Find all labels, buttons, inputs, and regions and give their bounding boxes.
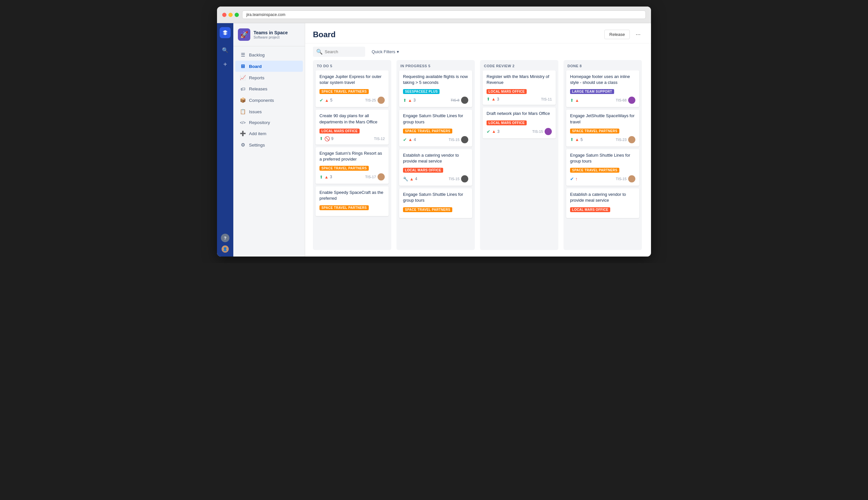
- priority-icon: ▲: [408, 137, 412, 142]
- sidebar-item-releases[interactable]: 🏷 Releases: [235, 83, 303, 94]
- card-title: Engage Saturn Shuttle Lines for group to…: [403, 192, 468, 203]
- ticket-id: TIS-68: [616, 98, 627, 102]
- priority-icon: ▲: [575, 137, 579, 142]
- main-content: Board Release ··· 🔍 Quick Filters ▾: [305, 23, 651, 257]
- search-icon-bar[interactable]: 🔍: [219, 44, 231, 56]
- create-icon-bar[interactable]: +: [219, 58, 231, 70]
- card-title: Engage Saturn Shuttle Lines for group to…: [403, 113, 468, 125]
- sidebar-nav: ☰ Backlog ⊞ Board 📈 Reports 🏷 Releases 📦: [233, 46, 305, 154]
- app-container: 🔍 + ? 👤 🚀 Teams in Space Software projec…: [217, 23, 651, 257]
- card-meta: TIS-8: [450, 96, 468, 104]
- card-tis11[interactable]: Register with the Mars Ministry of Reven…: [483, 70, 556, 105]
- card-title: Engage Saturn's Rings Resort as a prefer…: [319, 150, 385, 162]
- card-meta: TIS-17: [365, 173, 385, 181]
- search-input[interactable]: [325, 49, 362, 54]
- ticket-id: TIS-23: [616, 138, 627, 141]
- card-catering-ip[interactable]: Establish a catering vendor to provide m…: [399, 149, 472, 186]
- card-footer: ✔ ▲ 4 TIS-15: [403, 136, 468, 143]
- sidebar-item-reports[interactable]: 📈 Reports: [235, 72, 303, 83]
- priority-icon: ▲: [491, 96, 496, 102]
- card-icons: ⬆ ▲ 5: [570, 137, 583, 142]
- card-label: SPACE TRAVEL PARTNERS: [403, 207, 452, 212]
- card-tis17[interactable]: Engage Saturn's Rings Resort as a prefer…: [316, 147, 389, 184]
- card-label: SPACE TRAVEL PARTNERS: [570, 128, 619, 134]
- reports-icon: 📈: [240, 75, 246, 81]
- avatar: [461, 96, 468, 104]
- settings-icon: ⚙: [240, 142, 246, 148]
- card-title: Engage Saturn Shuttle Lines for group to…: [570, 152, 635, 164]
- ticket-id: TIS-15: [532, 129, 543, 134]
- card-label: SPACE TRAVEL PARTNERS: [403, 128, 452, 134]
- story-icon: ⬆: [570, 137, 574, 142]
- card-catering-done[interactable]: Establish a catering vendor to provide m…: [566, 188, 639, 218]
- card-tis8[interactable]: Requesting available flights is now taki…: [399, 70, 472, 107]
- release-button[interactable]: Release: [604, 30, 630, 39]
- more-options-button[interactable]: ···: [633, 30, 643, 39]
- column-cards-todo: Engage Jupiter Express for outer solar s…: [313, 70, 391, 250]
- card-tis12[interactable]: Create 90 day plans for all departments …: [316, 110, 389, 144]
- card-icons: ⬆ ▲ 3: [487, 96, 499, 102]
- sidebar-label-reports: Reports: [249, 76, 264, 80]
- wrench-icon: 🔧: [403, 177, 408, 181]
- card-saturn-done[interactable]: Engage Saturn Shuttle Lines for group to…: [566, 149, 639, 186]
- sidebar-label-backlog: Backlog: [249, 53, 265, 57]
- column-done: DONE 8 Homepage footer uses an inline st…: [563, 60, 642, 250]
- url-bar[interactable]: jira.teamsinspace.com: [242, 10, 646, 19]
- minimize-button[interactable]: [228, 13, 233, 17]
- releases-icon: 🏷: [240, 86, 246, 92]
- close-button[interactable]: [222, 13, 227, 17]
- column-todo: TO DO 5 Engage Jupiter Express for outer…: [313, 60, 391, 250]
- user-avatar[interactable]: 👤: [221, 246, 229, 253]
- search-wrap: 🔍: [313, 47, 365, 57]
- story-icon: ⬆: [319, 174, 323, 180]
- ticket-id: TIS-15: [449, 138, 459, 141]
- priority-icon: ▲: [410, 177, 414, 181]
- card-title: Engage JetShuttle SpaceWays for travel: [570, 113, 635, 125]
- browser-window: jira.teamsinspace.com 🔍 + ? 👤 🚀 Teams in…: [217, 7, 651, 257]
- priority-up-icon: ↑: [575, 176, 578, 181]
- card-footer: 🔧 ▲ 4 TIS-15: [403, 175, 468, 182]
- sidebar-label-board: Board: [249, 64, 262, 69]
- sidebar-item-settings[interactable]: ⚙ Settings: [235, 139, 303, 150]
- card-tis25[interactable]: Engage Jupiter Express for outer solar s…: [316, 70, 389, 107]
- sidebar-item-board[interactable]: ⊞ Board: [235, 61, 303, 72]
- card-footer: ✔ ▲ 5 TIS-25: [319, 96, 385, 104]
- sidebar-item-add[interactable]: ➕ Add item: [235, 128, 303, 139]
- quick-filters-button[interactable]: Quick Filters ▾: [369, 47, 402, 56]
- jira-logo[interactable]: [220, 27, 231, 38]
- card-meta: TIS-25: [365, 96, 385, 104]
- sidebar-label-repository: Repository: [249, 120, 270, 125]
- card-tis23[interactable]: Engage JetShuttle SpaceWays for travel S…: [566, 110, 639, 146]
- card-tis68[interactable]: Homepage footer uses an inline style - s…: [566, 70, 639, 107]
- card-label: SPACE TRAVEL PARTNERS: [319, 89, 369, 94]
- priority-icon: ▲: [408, 98, 412, 103]
- page-title: Board: [313, 30, 335, 39]
- card-saturn-ip2[interactable]: Engage Saturn Shuttle Lines for group to…: [399, 188, 472, 218]
- sidebar-label-components: Components: [249, 98, 274, 103]
- browser-dots: [222, 13, 239, 17]
- sidebar-label-add: Add item: [249, 131, 266, 136]
- sidebar-item-repository[interactable]: </> Repository: [235, 117, 303, 128]
- avatar: [628, 136, 635, 143]
- check-icon: ✔: [319, 98, 323, 103]
- sidebar-item-components[interactable]: 📦 Components: [235, 95, 303, 106]
- search-icon: 🔍: [316, 49, 323, 55]
- priority-icon: ▲: [324, 174, 329, 180]
- maximize-button[interactable]: [235, 13, 239, 17]
- card-tis15-ip[interactable]: Engage Saturn Shuttle Lines for group to…: [399, 110, 472, 146]
- story-icon: ⬆: [570, 98, 574, 103]
- column-count-codereview: 2: [512, 64, 515, 68]
- column-count-todo: 5: [330, 64, 332, 68]
- card-label: SEESPACEEZ PLUS: [403, 89, 439, 94]
- icon-bar: 🔍 + ? 👤: [217, 23, 233, 257]
- sidebar-item-backlog[interactable]: ☰ Backlog: [235, 49, 303, 60]
- card-speedy[interactable]: Enable Speedy SpaceCraft as the preferre…: [316, 186, 389, 216]
- card-title: Enable Speedy SpaceCraft as the preferre…: [319, 190, 385, 201]
- card-icons: ⬆ 🚫 9: [319, 136, 333, 141]
- header-actions: Release ···: [604, 30, 643, 39]
- card-draft-network[interactable]: Draft network plan for Mars Office LOCAL…: [483, 107, 556, 138]
- card-title: Register with the Mars Ministry of Reven…: [487, 74, 552, 86]
- sidebar-label-issues: Issues: [249, 109, 262, 114]
- sidebar-item-issues[interactable]: 📋 Issues: [235, 106, 303, 117]
- help-icon[interactable]: ?: [221, 234, 229, 242]
